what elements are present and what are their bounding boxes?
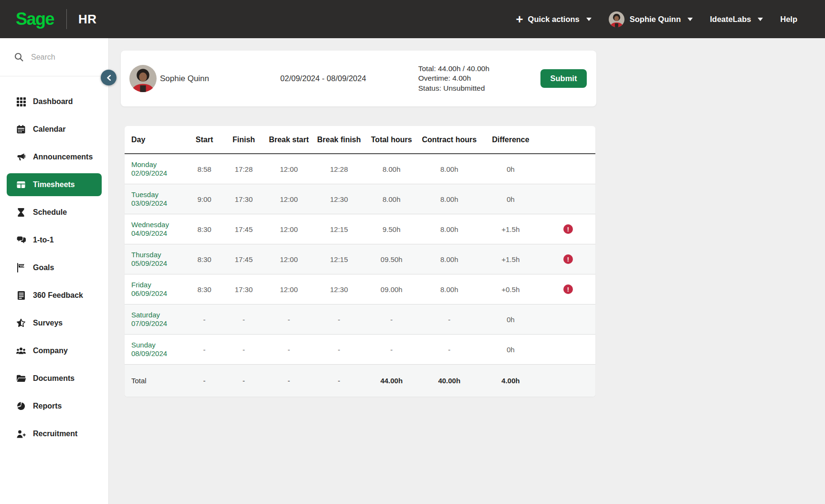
day-name: Thursday xyxy=(131,251,186,259)
cell-finish: 17:45 xyxy=(223,255,264,263)
cell-start: - xyxy=(186,346,223,354)
day-link[interactable]: Thursday 05/09/2024 xyxy=(131,251,186,268)
sidebar-item-goals[interactable]: Goals xyxy=(0,254,108,282)
timesheet-period: 02/09/2024 - 08/09/2024 xyxy=(228,51,419,106)
person-plus-icon xyxy=(16,430,26,439)
cell-break-finish: 12:15 xyxy=(313,225,365,233)
column-header-start: Start xyxy=(186,136,223,144)
cell-break-finish: 12:15 xyxy=(313,255,365,263)
topbar-right: + Quick actions Sophie Quinn IdeateLabs … xyxy=(516,11,797,27)
column-header-total-hours: Total hours xyxy=(365,136,418,144)
warning-icon[interactable]: ! xyxy=(563,284,573,294)
day-date: 02/09/2024 xyxy=(131,169,186,178)
timesheet-body: Monday 02/09/2024 8:58 17:28 12:00 12:28… xyxy=(125,154,595,365)
search-input[interactable] xyxy=(30,52,92,62)
day-link[interactable]: Saturday 07/09/2024 xyxy=(131,311,186,328)
sidebar-item-surveys[interactable]: Surveys xyxy=(0,309,108,337)
total-break-finish: - xyxy=(313,377,365,385)
help-link[interactable]: Help xyxy=(780,15,797,24)
cell-total-hours: 09.50h xyxy=(365,255,418,263)
sidebar-item-label: Timesheets xyxy=(33,180,75,189)
warning-icon[interactable]: ! xyxy=(563,254,573,264)
cell-break-start: 12:00 xyxy=(264,165,313,173)
star-icon xyxy=(16,318,26,328)
cell-difference: +0.5h xyxy=(480,285,541,294)
sidebar: Dashboard Calendar Announcements Timeshe… xyxy=(0,38,109,504)
sidebar-item-announcements[interactable]: Announcements xyxy=(0,143,108,171)
search-icon xyxy=(14,52,23,62)
sidebar-item-recruitment[interactable]: Recruitment xyxy=(0,420,108,448)
sidebar-item-timesheets[interactable]: Timesheets xyxy=(7,173,102,196)
sidebar-item-reports[interactable]: Reports xyxy=(0,392,108,420)
cell-total-hours: - xyxy=(365,315,418,324)
cell-total-hours: 8.00h xyxy=(365,165,418,173)
chevron-left-icon xyxy=(106,75,111,81)
day-link[interactable]: Sunday 08/09/2024 xyxy=(131,341,186,358)
column-header-break-finish: Break finish xyxy=(313,136,365,144)
cell-break-start: 12:00 xyxy=(264,195,313,203)
cell-break-finish: 12:28 xyxy=(313,165,365,173)
day-name: Tuesday xyxy=(131,190,186,199)
cell-contract-hours: 8.00h xyxy=(418,165,480,173)
folder-icon xyxy=(16,374,26,383)
sidebar-item-label: Goals xyxy=(33,263,54,272)
submit-button[interactable]: Submit xyxy=(540,69,587,88)
timesheet-summary-card: Sophie Quinn 02/09/2024 - 08/09/2024 Tot… xyxy=(121,51,596,106)
column-header-contract-hours: Contract hours xyxy=(418,136,480,144)
total-contract-value: 40.00h xyxy=(418,377,480,385)
day-date: 06/09/2024 xyxy=(131,289,186,298)
table-row: Saturday 07/09/2024 - - - - - - 0h ! xyxy=(125,304,595,335)
column-header-finish: Finish xyxy=(223,136,264,144)
day-link[interactable]: Tuesday 03/09/2024 xyxy=(131,190,186,208)
sidebar-item-company[interactable]: Company xyxy=(0,337,108,365)
sidebar-item-1-to-1[interactable]: 1-to-1 xyxy=(0,226,108,254)
cell-finish: - xyxy=(223,346,264,354)
cell-total-hours: 8.00h xyxy=(365,195,418,203)
user-menu[interactable]: Sophie Quinn xyxy=(609,11,693,27)
cell-finish: 17:28 xyxy=(223,165,264,173)
hourglass-icon xyxy=(16,208,26,217)
day-link[interactable]: Wednesday 04/09/2024 xyxy=(131,220,186,238)
cell-difference: 0h xyxy=(480,165,541,173)
cell-contract-hours: 8.00h xyxy=(418,285,480,294)
cell-break-start: 12:00 xyxy=(264,255,313,263)
chevron-down-icon xyxy=(586,18,592,21)
cell-start: - xyxy=(186,315,223,324)
sidebar-item-dashboard[interactable]: Dashboard xyxy=(0,88,108,116)
table-row: Tuesday 03/09/2024 9:00 17:30 12:00 12:3… xyxy=(125,184,595,214)
sidebar-item-documents[interactable]: Documents xyxy=(0,365,108,392)
cell-difference: +1.5h xyxy=(480,255,541,263)
sidebar-nav: Dashboard Calendar Announcements Timeshe… xyxy=(0,76,108,448)
quick-actions-button[interactable]: + Quick actions xyxy=(516,14,591,24)
day-date: 05/09/2024 xyxy=(131,259,186,268)
total-hours-value: 44.00h xyxy=(365,377,418,385)
sidebar-item-360-feedback[interactable]: 360 Feedback xyxy=(0,282,108,309)
topbar: Sage HR + Quick actions Sophie Quinn Ide… xyxy=(0,0,825,38)
sage-logo: Sage xyxy=(16,9,54,29)
day-link[interactable]: Monday 02/09/2024 xyxy=(131,160,186,178)
timesheet-stats: Total: 44.00h / 40.00h Overtime: 4.00h S… xyxy=(418,63,489,94)
total-difference-value: 4.00h xyxy=(480,377,541,385)
sidebar-item-schedule[interactable]: Schedule xyxy=(0,199,108,226)
company-name: IdeateLabs xyxy=(710,15,751,24)
total-label: Total xyxy=(125,377,186,385)
day-date: 08/09/2024 xyxy=(131,349,186,358)
sidebar-item-label: 1-to-1 xyxy=(33,236,54,244)
total-hours-line: Total: 44.00h / 40.00h xyxy=(418,63,489,74)
cell-total-hours: 09.00h xyxy=(365,285,418,294)
cell-break-start: 12:00 xyxy=(264,225,313,233)
table-row: Friday 06/09/2024 8:30 17:30 12:00 12:30… xyxy=(125,274,595,304)
sidebar-item-label: Documents xyxy=(33,374,74,383)
timesheet-table-icon xyxy=(16,180,26,189)
cell-contract-hours: 8.00h xyxy=(418,225,480,233)
cell-break-start: - xyxy=(264,346,313,354)
day-name: Sunday xyxy=(131,341,186,349)
cell-total-hours: 9.50h xyxy=(365,225,418,233)
day-link[interactable]: Friday 06/09/2024 xyxy=(131,281,186,298)
company-menu[interactable]: IdeateLabs xyxy=(710,15,763,24)
sidebar-item-calendar[interactable]: Calendar xyxy=(0,116,108,143)
sidebar-collapse-button[interactable] xyxy=(101,70,116,85)
cell-finish: 17:45 xyxy=(223,225,264,233)
document-icon xyxy=(16,291,26,300)
warning-icon[interactable]: ! xyxy=(563,224,573,234)
